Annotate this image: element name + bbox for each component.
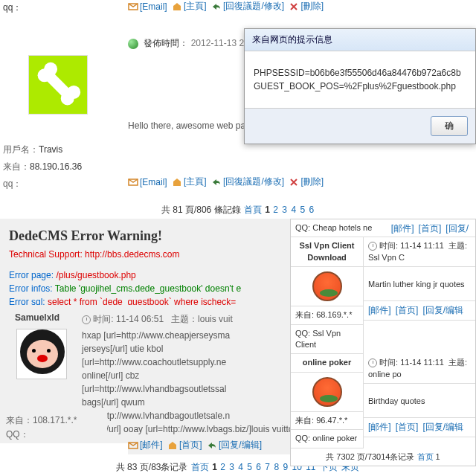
clock-icon — [368, 242, 377, 251]
email-icon — [128, 1, 138, 12]
page-link[interactable]: 3 — [229, 462, 234, 472]
page-first[interactable]: 首页 — [191, 462, 209, 472]
publish-time: 發佈時間： 2012-11-13 22: — [128, 37, 251, 50]
avatar-alien — [312, 377, 342, 407]
page-link[interactable]: 9 — [283, 462, 288, 472]
page-link[interactable]: 6 — [256, 462, 261, 472]
alert-title: 来自网页的提示信息 — [245, 29, 475, 51]
side-body: Martin luther king jr quotes — [364, 267, 475, 301]
page-link[interactable]: 8 — [274, 462, 279, 472]
reply-link[interactable]: [回复/编辑 — [422, 304, 463, 317]
home-link-2[interactable]: [主頁] — [172, 176, 207, 188]
email-icon — [128, 177, 138, 187]
reply-link[interactable]: [回复/编辑 — [422, 421, 463, 434]
message-body: Hello there, awesome web pag — [128, 120, 251, 131]
side-title: online poker — [291, 354, 363, 372]
page-link[interactable]: 2 — [220, 462, 225, 472]
ok-button[interactable]: 确 — [431, 116, 468, 136]
page-first[interactable]: 首页 — [417, 452, 434, 461]
reply-link[interactable]: [回复/ — [446, 222, 469, 235]
action-row-1: [Email] [主頁] [回復議題/修改] [刪除] — [128, 0, 326, 14]
side-row: QQ: Cheap hotels ne [邮件] [首页] [回复/ — [291, 219, 475, 237]
reply-icon — [211, 177, 222, 187]
page-link[interactable]: 6 — [309, 205, 314, 215]
mail-link[interactable]: [邮件] — [368, 304, 391, 317]
mail-link[interactable]: [邮件] — [368, 421, 391, 434]
globe-icon — [128, 39, 138, 49]
reply-icon — [211, 1, 222, 12]
email-icon — [128, 440, 138, 451]
home-link[interactable]: [首页] — [419, 222, 442, 235]
home-link-3[interactable]: [首页] — [167, 439, 202, 451]
page-first[interactable]: 首頁 — [244, 205, 262, 215]
post-username: Samuelxld — [15, 312, 82, 323]
home-link[interactable]: [首页] — [396, 304, 419, 317]
mail-link[interactable]: [邮件] — [128, 439, 163, 451]
page-link[interactable]: 7 — [265, 462, 270, 472]
page-link[interactable]: 4 — [238, 462, 243, 472]
qq-label: qq： — [3, 1, 22, 14]
delete-link[interactable]: [刪除] — [289, 0, 324, 13]
home-icon — [167, 440, 178, 451]
email-link[interactable]: [Email] — [128, 1, 167, 12]
user-info: 用戶名：Travis 来自：88.190.16.36 qq： — [3, 143, 82, 195]
delete-link-2[interactable]: [刪除] — [289, 176, 324, 188]
page-link[interactable]: 5 — [247, 462, 252, 472]
avatar-alien — [312, 271, 342, 301]
page-link[interactable]: 4 — [291, 205, 296, 215]
post-meta: 来自：108.171.*.* QQ： — [3, 412, 107, 443]
mail-link[interactable]: [邮件] — [391, 222, 414, 235]
pagination-1: 共 81 頁/806 條記錄 首頁 1 2 3 4 5 6 — [0, 199, 476, 221]
home-link[interactable]: [主頁] — [172, 0, 207, 13]
alert-dialog: 来自网页的提示信息 PHPSESSID=b06b6e3f55506d46a844… — [244, 28, 476, 144]
page-link[interactable]: 2 — [273, 205, 278, 215]
page-link[interactable]: 5 — [300, 205, 305, 215]
reply-icon — [207, 440, 217, 451]
home-icon — [172, 177, 182, 187]
email-link-2[interactable]: [Email] — [128, 177, 167, 187]
avatar-bone — [28, 55, 88, 115]
reply-link-3[interactable]: [回复/编辑] — [207, 439, 262, 451]
side-title: Ssl Vpn Client Download — [291, 237, 363, 267]
delete-icon — [289, 177, 299, 187]
page-link[interactable]: 3 — [282, 205, 287, 215]
delete-icon — [289, 1, 299, 12]
action-row-2: [Email] [主頁] [回復議題/修改] [刪除] — [128, 176, 326, 190]
reply-link[interactable]: [回復議題/修改] — [211, 0, 284, 13]
alert-body: PHPSESSID=b06b6e3f55506d46a84476b972a6c8… — [245, 51, 475, 109]
home-icon — [172, 1, 182, 12]
clock-icon — [82, 315, 91, 324]
side-pagination: 共 7302 页/73014条记录 首页 1 — [291, 448, 475, 466]
avatar-pucca — [16, 329, 67, 379]
home-link[interactable]: [首页] — [396, 421, 419, 434]
side-body: Birthday quotes — [364, 384, 475, 418]
reply-link-2[interactable]: [回復議題/修改] — [211, 176, 284, 188]
clock-icon — [368, 358, 377, 367]
side-panel: QQ: Cheap hotels ne [邮件] [首页] [回复/ Ssl V… — [290, 219, 476, 466]
